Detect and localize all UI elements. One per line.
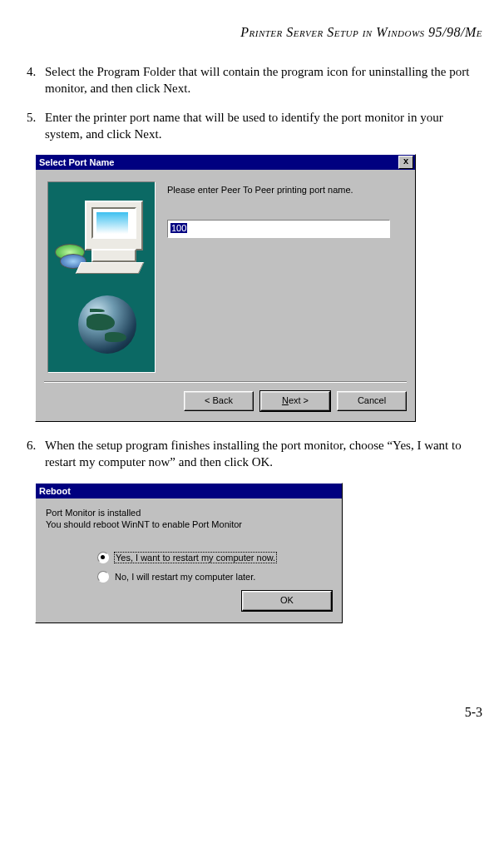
step-5: 5. Enter the printer port name that will… <box>27 109 482 143</box>
dialog1-side-graphic: InstallShield <box>47 181 156 373</box>
globe-icon <box>78 295 136 354</box>
restart-radio-group: Yes, I want to restart my computer now. … <box>97 552 332 583</box>
page-header: Printer Server Setup in Windows 95/98/Me <box>17 25 482 40</box>
page-number: 5-3 <box>17 705 482 720</box>
step-6: 6. When the setup program finishes insta… <box>27 437 482 471</box>
dialog1-prompt: Please enter Peer To Peer printing port … <box>167 185 403 195</box>
step-4: 4. Select the Program Folder that will c… <box>27 63 482 97</box>
step-4-num: 4. <box>27 63 45 97</box>
instruction-list: 4. Select the Program Folder that will c… <box>17 63 482 142</box>
select-port-name-dialog: Select Port Name x InstallShield Please … <box>35 154 416 422</box>
dialog2-title: Reboot <box>39 486 71 496</box>
dialog2-titlebar: Reboot <box>36 484 342 498</box>
radio-restart-now-label: Yes, I want to restart my computer now. <box>115 553 276 563</box>
radio-restart-now[interactable] <box>97 552 109 563</box>
next-button[interactable]: Next > <box>260 391 330 411</box>
step-5-text: Enter the printer port name that will be… <box>45 109 482 143</box>
radio-restart-now-row[interactable]: Yes, I want to restart my computer now. <box>97 552 332 563</box>
ok-button[interactable]: OK <box>242 591 332 611</box>
reboot-dialog: Reboot Port Monitor is installed You sho… <box>35 483 343 624</box>
step-6-num: 6. <box>27 437 45 471</box>
dialog2-line1: Port Monitor is installed <box>46 507 332 518</box>
dialog2-message: Port Monitor is installed You should reb… <box>46 507 332 531</box>
radio-restart-later-row[interactable]: No, I will restart my computer later. <box>97 571 332 583</box>
step-6-text: When the setup program finishes installi… <box>45 437 482 471</box>
keyboard-icon <box>76 262 145 274</box>
step-4-text: Select the Program Folder that will cont… <box>45 63 482 97</box>
dialog2-line2: You should reboot WinNT to enable Port M… <box>46 518 332 530</box>
monitor-icon <box>85 201 143 250</box>
port-name-input[interactable]: 100 <box>167 220 390 238</box>
radio-restart-later-label: No, I will restart my computer later. <box>115 572 255 582</box>
dialog1-titlebar: Select Port Name x <box>36 155 415 170</box>
close-icon[interactable]: x <box>398 156 413 169</box>
step-5-num: 5. <box>27 109 45 143</box>
cancel-button[interactable]: Cancel <box>337 391 407 411</box>
instruction-list-cont: 6. When the setup program finishes insta… <box>17 437 482 471</box>
back-button[interactable]: < Back <box>184 391 254 411</box>
radio-restart-later[interactable] <box>97 571 109 583</box>
port-name-value: 100 <box>170 223 187 233</box>
dialog1-title: Select Port Name <box>39 157 114 167</box>
